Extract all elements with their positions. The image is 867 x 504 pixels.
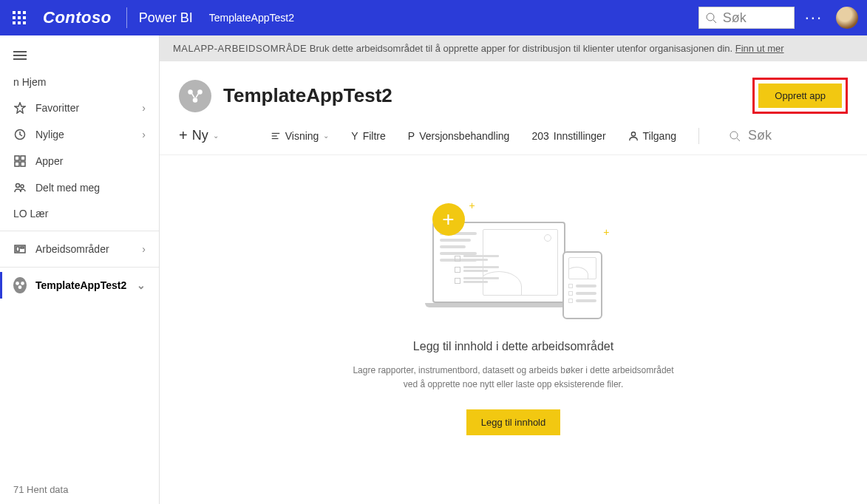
product-name[interactable]: Power BI xyxy=(139,10,193,26)
svg-point-15 xyxy=(18,286,21,289)
svg-point-0 xyxy=(707,13,714,21)
star-icon xyxy=(13,101,27,115)
svg-rect-12 xyxy=(21,247,24,248)
svg-rect-6 xyxy=(15,162,19,166)
search-icon xyxy=(729,130,741,142)
view-button[interactable]: Visning⌄ xyxy=(271,130,330,142)
filters-button[interactable]: Y Filtre xyxy=(351,130,385,142)
settings-button[interactable]: 203 Innstillinger xyxy=(531,130,605,142)
brand-logo: Contoso xyxy=(43,8,112,27)
sidebar: n Hjem Favoritter › Nylige › Apper Delt … xyxy=(0,35,160,504)
chevron-right-icon: › xyxy=(142,129,146,140)
svg-line-26 xyxy=(737,138,740,141)
workspace-title: TemplateAppTest2 xyxy=(223,84,752,107)
chevron-down-icon: ⌄ xyxy=(137,279,146,291)
breadcrumb-app[interactable]: TemplateAppTest2 xyxy=(209,12,294,24)
toolbar-search[interactable]: Søk xyxy=(729,128,772,143)
svg-line-19 xyxy=(192,93,194,97)
svg-rect-5 xyxy=(21,156,25,160)
nav-shared[interactable]: Delt med meg xyxy=(0,174,159,201)
nav-workspaces[interactable]: Arbeidsområder › xyxy=(0,236,159,262)
nav-favorites[interactable]: Favoritter › xyxy=(0,95,159,121)
divider xyxy=(126,7,127,28)
nav-learn[interactable]: LO Lær xyxy=(0,201,159,226)
info-banner: MALAPP-ARBEIDSOMRÅDE Bruk dette arbeidso… xyxy=(160,35,867,61)
empty-illustration: + + + xyxy=(418,200,610,325)
search-placeholder: Søk xyxy=(723,10,747,26)
add-content-button[interactable]: Legg til innhold xyxy=(466,409,560,435)
chevron-down-icon: ⌄ xyxy=(323,132,329,140)
access-button[interactable]: Tilgang xyxy=(628,130,676,142)
svg-point-25 xyxy=(730,132,738,139)
people-icon xyxy=(13,181,27,194)
hamburger-icon[interactable] xyxy=(0,44,159,69)
create-app-button[interactable]: Opprett app xyxy=(758,84,842,108)
workspace-header: TemplateAppTest2 Opprett app xyxy=(160,61,867,121)
search-icon xyxy=(705,12,717,24)
svg-point-9 xyxy=(21,185,24,188)
plus-circle-icon: + xyxy=(432,203,465,236)
svg-point-13 xyxy=(16,282,19,285)
nav-apps[interactable]: Apper xyxy=(0,148,159,174)
nav-home[interactable]: n Hjem xyxy=(0,69,159,95)
svg-rect-4 xyxy=(15,156,19,160)
new-button[interactable]: + Ny ⌄ xyxy=(179,127,219,144)
svg-point-14 xyxy=(21,282,24,285)
plus-icon: + xyxy=(179,127,188,144)
svg-marker-2 xyxy=(15,103,25,113)
clock-icon xyxy=(13,128,27,141)
user-avatar[interactable] xyxy=(836,7,858,29)
svg-point-8 xyxy=(16,184,20,188)
empty-title: Legg til innhold i dette arbeidsområdet xyxy=(413,340,613,353)
version-button[interactable]: P Versjonsbehandling xyxy=(408,130,510,142)
nav-get-data[interactable]: 71 Hent data xyxy=(0,475,159,504)
svg-line-20 xyxy=(196,93,198,97)
top-bar: Contoso Power BI TemplateAppTest2 Søk ··… xyxy=(0,0,867,35)
svg-line-1 xyxy=(713,20,716,23)
empty-description: Lagre rapporter, instrumentbord, dataset… xyxy=(351,364,676,392)
create-app-highlight: Opprett app xyxy=(752,78,848,114)
app-launcher-icon[interactable] xyxy=(9,7,30,28)
apps-icon xyxy=(13,154,27,168)
svg-point-24 xyxy=(631,132,635,135)
empty-state: + + + xyxy=(160,155,867,504)
workspace-selected-icon xyxy=(13,279,27,292)
chevron-down-icon: ⌄ xyxy=(213,132,219,140)
workspace-avatar-icon xyxy=(179,80,211,112)
learn-more-link[interactable]: Finn ut mer xyxy=(735,43,784,54)
svg-rect-11 xyxy=(16,247,19,251)
svg-rect-7 xyxy=(21,162,25,166)
content-area: MALAPP-ARBEIDSOMRÅDE Bruk dette arbeidso… xyxy=(160,35,867,504)
nav-current-workspace[interactable]: TemplateAppTest2 ⌄ xyxy=(0,272,159,299)
person-icon xyxy=(628,131,639,141)
svg-point-18 xyxy=(193,98,198,103)
global-search[interactable]: Søk xyxy=(698,7,795,29)
view-icon xyxy=(271,131,281,141)
workspace-icon xyxy=(13,242,27,256)
more-menu-icon[interactable]: ··· xyxy=(805,8,823,27)
toolbar: + Ny ⌄ Visning⌄ Y Filtre P Versjonsbehan… xyxy=(160,121,867,155)
chevron-right-icon: › xyxy=(142,243,146,255)
chevron-right-icon: › xyxy=(142,102,146,114)
nav-recent[interactable]: Nylige › xyxy=(0,121,159,148)
